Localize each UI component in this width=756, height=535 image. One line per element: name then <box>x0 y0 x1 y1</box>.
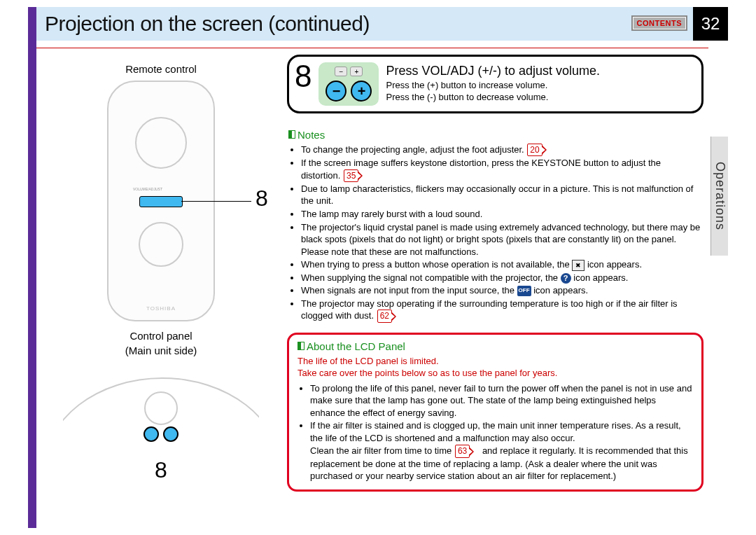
step-line-1: Press the (+) button to increase volume. <box>386 80 692 92</box>
note-item: When supplying the signal not compatible… <box>301 272 702 284</box>
page-ref-62[interactable]: 62 <box>377 310 392 322</box>
note-item: If the screen image suffers keystone dis… <box>301 157 702 182</box>
lcd-heading: About the LCD Panel <box>298 340 693 352</box>
contents-button[interactable]: CONTENTS <box>631 15 688 31</box>
page-header: Projection on the screen (continued) <box>36 7 728 41</box>
note-item: The projector may stop operating if the … <box>301 298 702 323</box>
question-icon: ? <box>561 273 571 284</box>
notes-section: Notes To change the projecting angle, ad… <box>287 129 704 323</box>
not-available-icon: ✖ <box>572 260 584 271</box>
remote-figure: VOLUME/ADJUST 8 TOSHIBA <box>107 81 215 321</box>
step-8-box: 8 − + − + Press VOL/ADJ (+/-) to adjust … <box>287 55 704 113</box>
note-item: Due to lamp characteristics, flickers ma… <box>301 183 702 207</box>
lcd-list: To prolong the life of this panel, never… <box>298 382 693 445</box>
step-line-2: Press the (-) button to decrease volume. <box>386 92 692 104</box>
lcd-red-text-2: Take care over the points below so as to… <box>298 367 693 380</box>
step-volume-icons: − + − + <box>318 62 379 106</box>
side-tab-operations[interactable]: Operations <box>710 137 728 256</box>
page-title: Projection on the screen (continued) <box>36 12 370 36</box>
lcd-item: If the air filter is stained and is clog… <box>310 419 693 444</box>
minus-icon: − <box>326 81 346 102</box>
page-ref-35[interactable]: 35 <box>344 169 358 182</box>
note-item: The lamp may rarely burst with a loud so… <box>301 208 702 221</box>
left-column: Remote control VOLUME/ADJUST 8 TOSHIBA C… <box>52 63 270 483</box>
note-item: To change the projecting angle, adjust t… <box>301 144 702 156</box>
step-heading: Press VOL/ADJ (+/-) to adjust volume. <box>386 64 692 78</box>
notes-list: To change the projecting angle, adjust t… <box>288 144 702 323</box>
page-number: 32 <box>693 7 728 41</box>
control-panel-volume-highlight <box>144 426 178 442</box>
small-plus-icon: + <box>350 67 363 76</box>
off-icon: OFF <box>517 286 531 296</box>
note-item: When signals are not input from the inpu… <box>301 284 702 297</box>
notes-heading: Notes <box>288 129 702 141</box>
control-panel-figure <box>63 363 259 454</box>
lcd-item: To prolong the life of this panel, never… <box>310 382 693 419</box>
callout-step-8-panel: 8 <box>52 457 270 483</box>
purple-sidebar <box>28 7 36 528</box>
page-ref-20[interactable]: 20 <box>527 144 542 156</box>
note-item: When trying to press a button whose oper… <box>301 258 702 271</box>
right-column: 8 − + − + Press VOL/ADJ (+/-) to adjust … <box>287 55 704 492</box>
remote-control-label: Remote control <box>52 63 270 75</box>
note-item: The projector's liquid crystal panel is … <box>301 221 702 258</box>
small-minus-icon: − <box>335 67 347 76</box>
step-number: 8 <box>295 61 312 92</box>
lcd-item: Clean the air filter from time to time 6… <box>298 445 693 482</box>
lcd-panel-box: About the LCD Panel The life of the LCD … <box>287 333 704 492</box>
plus-icon: + <box>351 81 372 102</box>
callout-step-8-remote: 8 <box>255 186 268 211</box>
red-rule <box>36 48 708 48</box>
page-ref-63[interactable]: 63 <box>455 445 470 457</box>
contents-button-label: CONTENTS <box>634 18 685 28</box>
control-panel-label: Control panel (Main unit side) <box>52 328 270 358</box>
remote-volume-highlight <box>139 196 183 207</box>
lcd-red-text-1: The life of the LCD panel is limited. <box>298 355 693 368</box>
